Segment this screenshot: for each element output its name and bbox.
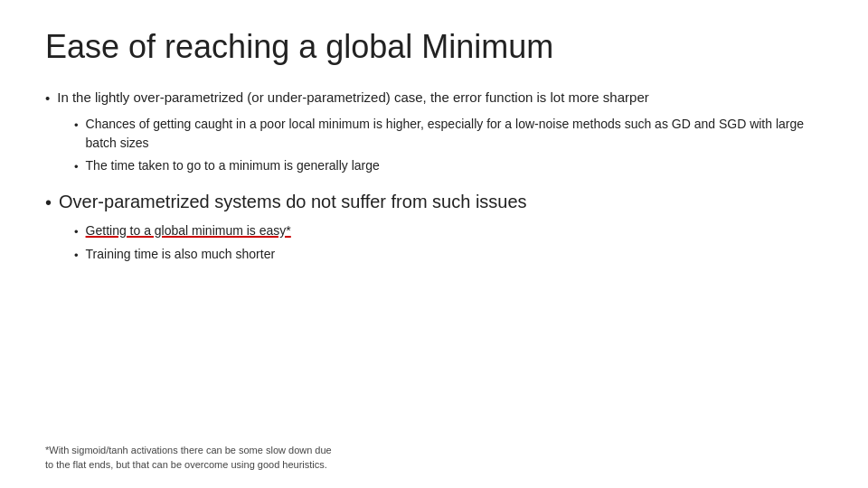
footnote-text: *With sigmoid/tanh activations there can… [45,445,332,469]
subsection-1b-text: The time taken to go to a minimum is gen… [86,156,380,175]
subsection-1a-text: Chances of getting caught in a poor loca… [86,115,823,153]
subsection-1a: • Chances of getting caught in a poor lo… [74,115,823,153]
subsection-2b-text: Training time is also much shorter [86,245,276,264]
section-1-text: In the lightly over-parametrized (or und… [57,88,648,108]
slide-content: • In the lightly over-parametrized (or u… [45,88,823,264]
section-2-text: Over-parametrized systems do not suffer … [59,188,527,215]
bullet-icon: • [45,89,50,109]
section-1-subsections: • Chances of getting caught in a poor lo… [74,115,823,176]
subsection-2a: • Getting to a global minimum is easy* [74,221,823,241]
subsection-2a-text: Getting to a global minimum is easy* [86,221,291,240]
sub-bullet-icon: • [74,117,79,135]
slide-title: Ease of reaching a global Minimum [45,27,823,66]
sub-bullet-icon: • [74,247,79,265]
bullet-icon: • [45,189,52,216]
slide: Ease of reaching a global Minimum • In t… [0,0,868,488]
section-2: • Over-parametrized systems do not suffe… [45,188,823,264]
subsection-1b: • The time taken to go to a minimum is g… [74,156,823,176]
subsection-2b: • Training time is also much shorter [74,245,823,265]
section-2-subsections: • Getting to a global minimum is easy* •… [74,221,823,264]
section-1: • In the lightly over-parametrized (or u… [45,88,823,175]
section-2-item: • Over-parametrized systems do not suffe… [45,188,823,216]
sub-bullet-icon: • [74,158,79,176]
sub-bullet-icon: • [74,223,79,241]
section-1-item: • In the lightly over-parametrized (or u… [45,88,823,109]
footnote: *With sigmoid/tanh activations there can… [45,444,332,472]
